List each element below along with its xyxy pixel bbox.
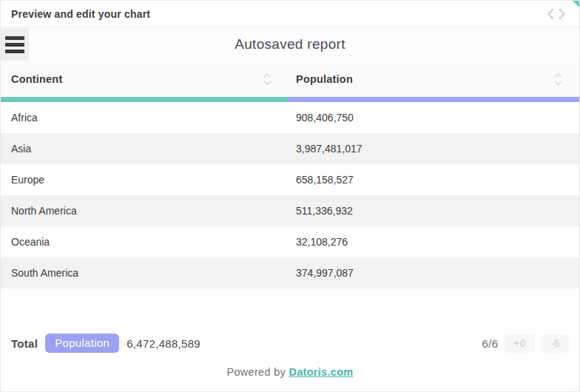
hamburger-bar: [5, 43, 24, 47]
datoris-link[interactable]: Datoris.com: [289, 366, 353, 378]
population-cell: 658,158,527: [289, 164, 579, 195]
hamburger-bar: [5, 50, 24, 53]
report-title: Autosaved report: [235, 36, 345, 53]
continent-cell: South America: [1, 257, 289, 288]
code-icon[interactable]: [544, 7, 569, 21]
top-bar: Preview and edit your chart: [1, 1, 579, 27]
powered-by: Powered by Datoris.com: [1, 366, 579, 378]
chart-preview-window: Preview and edit your chart Autosaved re…: [0, 0, 580, 392]
population-col-bar: [289, 97, 579, 102]
column-header-continent[interactable]: Continent: [1, 61, 289, 97]
footer-right-group: 6/6 +0 -6: [482, 334, 569, 353]
population-cell: 3,987,481,017: [289, 133, 579, 164]
column-header-population[interactable]: Population: [289, 61, 579, 97]
continent-col-bar: [1, 97, 289, 102]
continent-cell: Asia: [1, 133, 289, 164]
totals-footer: Total Population 6,472,488,589 6/6 +0 -6: [1, 332, 579, 354]
continent-cell: Africa: [1, 102, 289, 133]
table-row: Oceania32,108,276: [1, 226, 579, 257]
total-value: 6,472,488,589: [127, 337, 200, 350]
hamburger-menu-icon[interactable]: [1, 28, 29, 61]
added-rows-chip[interactable]: +0: [505, 334, 535, 353]
table-body: Africa908,406,750Asia3,987,481,017Europe…: [1, 102, 579, 288]
population-cell: 32,108,276: [289, 226, 579, 257]
column-header-label: Population: [296, 73, 353, 85]
corner-accent: [573, 1, 579, 7]
row-count: 6/6: [482, 337, 499, 350]
top-bar-title: Preview and edit your chart: [11, 8, 150, 20]
continent-cell: Oceania: [1, 226, 289, 257]
population-cell: 511,336,932: [289, 195, 579, 226]
removed-rows-chip[interactable]: -6: [542, 334, 569, 353]
sort-chevrons-icon: [553, 71, 563, 87]
population-measure-chip[interactable]: Population: [45, 334, 119, 353]
sort-chevrons-icon: [263, 71, 272, 87]
table-row: Asia3,987,481,017: [1, 133, 579, 164]
table-row: Africa908,406,750: [1, 102, 579, 133]
total-label: Total: [11, 337, 38, 350]
powered-by-text: Powered by: [226, 366, 289, 378]
column-accent-bars: [1, 97, 579, 102]
table-row: North America511,336,932: [1, 195, 579, 226]
table-row: Europe658,158,527: [1, 164, 579, 195]
continent-cell: Europe: [1, 164, 289, 195]
population-cell: 374,997,087: [289, 257, 579, 288]
hamburger-bar: [5, 36, 24, 40]
column-header-label: Continent: [11, 73, 62, 85]
resize-grip-icon[interactable]: [571, 385, 579, 388]
continent-cell: North America: [1, 195, 289, 226]
title-band: Autosaved report: [1, 27, 579, 61]
table-header-row: Continent Population: [1, 61, 579, 97]
population-cell: 908,406,750: [289, 102, 579, 133]
table-row: South America374,997,087: [1, 257, 579, 288]
